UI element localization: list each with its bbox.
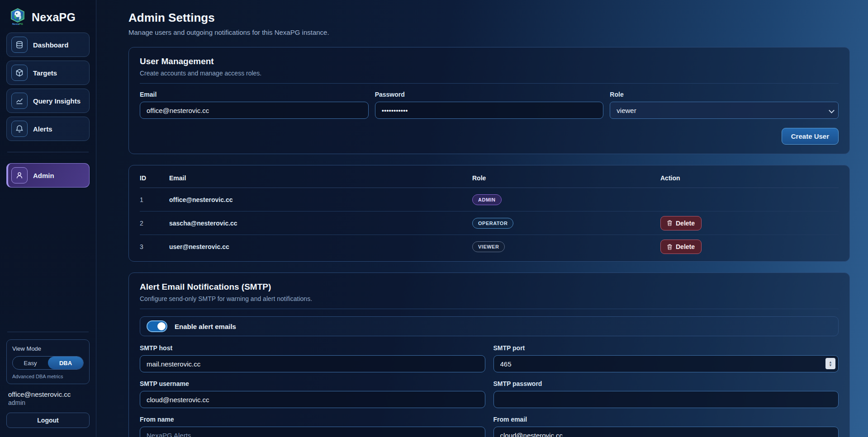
cell-email: office@nesterovic.cc [169, 196, 472, 203]
app-logo-row: NexaPG NexaPG [6, 7, 90, 33]
chart-line-icon [11, 93, 28, 109]
sidebar-item-label: Admin [33, 172, 54, 179]
current-user-email: office@nesterovic.cc [8, 390, 88, 398]
smtp-title: Alert Email Notifications (SMTP) [140, 282, 839, 292]
table-row: 2 sascha@nesterovic.cc OPERATOR Delete [140, 211, 839, 235]
role-select[interactable]: viewer [610, 102, 839, 119]
role-badge-viewer: VIEWER [472, 241, 505, 252]
role-field-group: Role viewer [610, 91, 839, 119]
smtp-port-label: SMTP port [493, 344, 839, 352]
sidebar-item-label: Query Insights [33, 97, 81, 105]
chevron-down-icon [830, 108, 834, 113]
smtp-host-input[interactable] [140, 355, 485, 372]
sidebar: NexaPG NexaPG Dashboard Targets [0, 0, 96, 437]
sidebar-item-dashboard[interactable]: Dashboard [6, 33, 90, 57]
nexapg-logo-icon: NexaPG [8, 8, 27, 26]
smtp-port-input[interactable] [493, 355, 839, 372]
view-mode-option-easy[interactable]: Easy [13, 357, 48, 369]
role-select-value: viewer [617, 107, 636, 114]
role-badge-operator: OPERATOR [472, 218, 513, 229]
password-field-group: Password [375, 91, 604, 119]
users-table-header: ID Email Role Action [140, 168, 839, 188]
delete-user-button[interactable]: Delete [660, 240, 702, 254]
cell-id: 1 [140, 196, 169, 203]
sidebar-divider-bottom [7, 332, 89, 332]
smtp-subtitle: Configure send-only SMTP for warning and… [140, 295, 839, 302]
from-name-label: From name [140, 416, 485, 423]
user-management-title: User Management [140, 56, 839, 66]
column-header-id: ID [140, 174, 169, 182]
enable-alert-emails-row[interactable]: Enable alert emails [140, 316, 839, 336]
toggle-knob [157, 322, 166, 330]
from-email-input[interactable] [493, 427, 839, 437]
logout-button[interactable]: Logout [6, 413, 90, 428]
column-header-action: Action [660, 174, 839, 182]
table-row: 3 user@nesterovic.cc VIEWER Delete [140, 235, 839, 258]
view-mode-option-dba[interactable]: DBA [48, 357, 83, 369]
table-row: 1 office@nesterovic.cc ADMIN [140, 188, 839, 211]
smtp-password-group: SMTP password [493, 380, 839, 408]
delete-user-button[interactable]: Delete [660, 216, 702, 230]
from-email-group: From email [493, 416, 839, 437]
smtp-host-group: SMTP host [140, 344, 485, 372]
cell-email: sascha@nesterovic.cc [169, 220, 472, 227]
sidebar-nav: Dashboard Targets Query Insights [6, 33, 90, 188]
user-management-subtitle: Create accounts and manage access roles. [140, 70, 839, 77]
sidebar-spacer [6, 188, 90, 324]
divider [140, 309, 839, 309]
email-input[interactable] [140, 102, 369, 119]
sidebar-item-label: Alerts [33, 125, 52, 133]
user-management-card: User Management Create accounts and mana… [128, 47, 850, 154]
smtp-username-input[interactable] [140, 391, 485, 408]
smtp-password-label: SMTP password [493, 380, 839, 387]
view-mode-label: View Mode [12, 345, 84, 352]
divider [140, 83, 839, 84]
page-subtitle: Manage users and outgoing notifications … [128, 28, 850, 36]
role-label: Role [610, 91, 839, 98]
cell-id: 2 [140, 220, 169, 227]
smtp-password-input[interactable] [493, 391, 839, 408]
main-content: Admin Settings Manage users and outgoing… [96, 0, 868, 437]
password-label: Password [375, 91, 604, 98]
users-table: ID Email Role Action 1 office@nesterovic… [140, 168, 839, 258]
view-mode-caption: Advanced DBA metrics [12, 374, 84, 379]
sidebar-item-admin[interactable]: Admin [6, 163, 90, 188]
smtp-card: Alert Email Notifications (SMTP) Configu… [128, 273, 850, 437]
enable-alert-emails-label: Enable alert emails [175, 323, 236, 330]
current-user-role: admin [8, 399, 88, 406]
create-user-button[interactable]: Create User [782, 128, 839, 145]
column-header-role: Role [472, 174, 660, 182]
cell-id: 3 [140, 243, 169, 250]
smtp-host-label: SMTP host [140, 344, 485, 352]
password-input[interactable] [375, 102, 604, 119]
cell-email: user@nesterovic.cc [169, 243, 472, 250]
sidebar-divider [7, 152, 89, 152]
sidebar-item-targets[interactable]: Targets [6, 61, 90, 85]
sidebar-item-query-insights[interactable]: Query Insights [6, 89, 90, 113]
column-header-email: Email [169, 174, 472, 182]
smtp-username-label: SMTP username [140, 380, 485, 387]
sidebar-item-alerts[interactable]: Alerts [6, 117, 90, 141]
create-user-form: Email Password Role viewer [140, 91, 839, 119]
number-stepper[interactable]: ▲▼ [825, 358, 835, 369]
logo-wordmark: NexaPG [12, 23, 23, 25]
current-user-block: office@nesterovic.cc admin [6, 384, 90, 406]
sidebar-item-label: Targets [33, 69, 57, 77]
role-badge-admin: ADMIN [472, 194, 502, 205]
database-icon [11, 37, 28, 53]
users-table-card: ID Email Role Action 1 office@nesterovic… [128, 165, 850, 262]
enable-alert-emails-toggle[interactable] [147, 320, 167, 332]
user-icon [11, 167, 28, 183]
trash-icon [667, 244, 672, 250]
from-name-input[interactable] [140, 427, 485, 437]
smtp-form-grid: SMTP host SMTP port ▲▼ SMTP username SMT… [140, 344, 839, 437]
smtp-port-group: SMTP port ▲▼ [493, 344, 839, 372]
from-email-label: From email [493, 416, 839, 423]
stepper-down-icon: ▼ [829, 364, 832, 367]
from-name-group: From name [140, 416, 485, 437]
bell-icon [11, 121, 28, 137]
view-mode-panel: View Mode Easy DBA Advanced DBA metrics [6, 339, 90, 384]
trash-icon [667, 220, 672, 226]
cube-icon [11, 65, 28, 81]
email-label: Email [140, 91, 369, 98]
